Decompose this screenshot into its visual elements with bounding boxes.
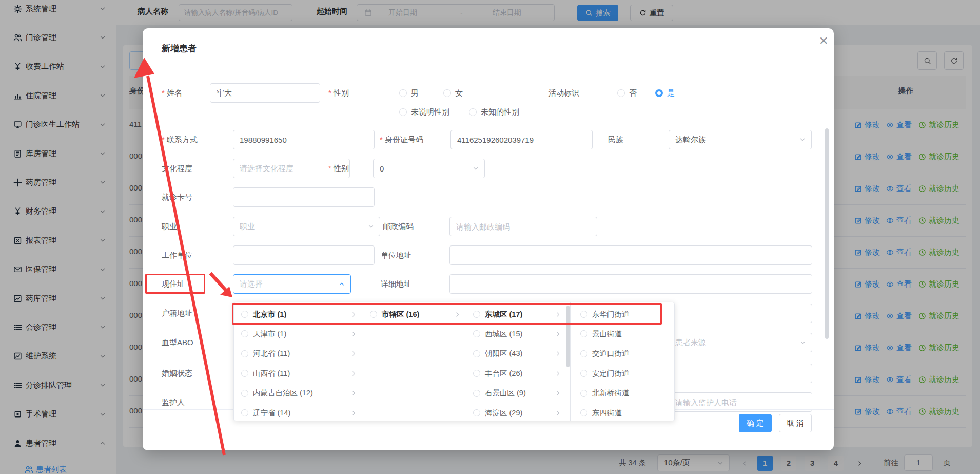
- cascader-option-district[interactable]: 东城区 (17): [466, 305, 566, 324]
- household-address-label: 户籍地址: [162, 304, 192, 323]
- cascader-option-province[interactable]: 北京市 (1): [234, 305, 362, 324]
- cascader-option-street[interactable]: 东华门街道: [573, 305, 675, 324]
- postal-code-label: 邮政编码: [383, 217, 414, 236]
- cascader-option-district[interactable]: 西城区 (15): [466, 324, 566, 344]
- radio-icon: [580, 330, 587, 337]
- active-flag-radio-no[interactable]: 否: [617, 83, 637, 103]
- visit-card-input[interactable]: [233, 187, 375, 207]
- cascader-option-street[interactable]: 北新桥街道: [573, 384, 675, 403]
- modal-title: 新增患者: [162, 43, 197, 54]
- chevron-up-icon: [338, 280, 345, 288]
- radio-icon: [473, 370, 480, 377]
- gender-code-select[interactable]: 0: [373, 159, 485, 178]
- gender-label: 性别: [328, 83, 349, 103]
- contact-input[interactable]: [233, 130, 375, 149]
- gender-radio-female[interactable]: 女: [443, 83, 463, 103]
- ethnicity-select[interactable]: 达斡尔族: [669, 130, 812, 149]
- chevron-right-icon: [350, 390, 357, 396]
- active-flag-radio-yes[interactable]: 是: [655, 83, 675, 103]
- id-number-label: 身份证号码: [380, 130, 423, 149]
- chevron-right-icon: [350, 331, 357, 337]
- chevron-right-icon: [555, 390, 561, 396]
- occupation-select[interactable]: 职业: [233, 217, 380, 236]
- radio-icon: [473, 311, 480, 318]
- radio-icon: [241, 330, 248, 337]
- visit-card-label: 就诊卡号: [162, 187, 192, 207]
- cascader-option-district[interactable]: 朝阳区 (43): [466, 344, 566, 364]
- education-label: 文化程度: [162, 159, 192, 178]
- app-window: 系统管理门诊管理收费工作站住院管理门诊医生工作站库房管理药房管理财务管理报表管理…: [0, 0, 980, 474]
- current-address-label: 现住址: [162, 274, 185, 294]
- cascader-option-street[interactable]: 景山街道: [573, 324, 675, 344]
- cascader-column-city: 市辖区 (16): [363, 305, 466, 420]
- radio-icon: [473, 330, 480, 337]
- unit-address-label: 单位地址: [381, 245, 411, 265]
- gender-radio-male[interactable]: 男: [399, 83, 419, 103]
- chevron-right-icon: [454, 311, 461, 318]
- patient-source-select[interactable]: 患者来源: [669, 333, 812, 352]
- active-flag-label: 活动标识: [548, 83, 579, 103]
- gender-radio-unknown[interactable]: 未知的性别: [469, 102, 519, 122]
- chevron-right-icon: [555, 331, 561, 337]
- address-cascader-dropdown: 北京市 (1)天津市 (1)河北省 (11)山西省 (11)内蒙古自治区 (12…: [233, 302, 675, 421]
- blood-type-label: 血型ABO: [162, 333, 193, 352]
- id-number-input[interactable]: [450, 130, 593, 149]
- cascader-option-district[interactable]: 海淀区 (29): [466, 403, 566, 423]
- cascader-option-province[interactable]: 内蒙古自治区 (12): [234, 384, 362, 403]
- chevron-right-icon: [350, 370, 357, 377]
- cascader-option-city[interactable]: 市辖区 (16): [363, 305, 466, 324]
- radio-icon: [473, 409, 480, 416]
- chevron-down-icon: [799, 339, 807, 346]
- unit-address-input[interactable]: [449, 245, 812, 265]
- cascader-column-province: 北京市 (1)天津市 (1)河北省 (11)山西省 (11)内蒙古自治区 (12…: [234, 305, 362, 420]
- current-address-cascader-select[interactable]: 请选择: [233, 274, 351, 294]
- cascader-option-province[interactable]: 河北省 (11): [234, 344, 362, 364]
- radio-icon: [241, 390, 248, 397]
- work-unit-label: 工作单位: [162, 245, 192, 265]
- cascader-option-province[interactable]: 辽宁省 (14): [234, 403, 362, 423]
- ethnicity-label: 民族: [608, 130, 623, 149]
- radio-icon: [580, 390, 587, 397]
- cascader-option-street[interactable]: 交道口街道: [573, 344, 675, 364]
- chevron-right-icon: [555, 311, 561, 318]
- chevron-down-icon: [367, 223, 375, 230]
- name-label: 姓名: [162, 83, 182, 103]
- cancel-button[interactable]: 取 消: [779, 414, 812, 432]
- detail-address-label: 详细地址: [381, 274, 411, 294]
- chevron-right-icon: [350, 311, 357, 318]
- radio-icon: [580, 311, 587, 318]
- cascader-option-district[interactable]: 丰台区 (26): [466, 364, 566, 383]
- cascader-column-street: 东华门街道景山街道交道口街道安定门街道北新桥街道东四街道: [573, 305, 675, 420]
- detail-address-input[interactable]: [449, 274, 812, 294]
- name-input[interactable]: [210, 83, 320, 103]
- chevron-right-icon: [350, 350, 357, 357]
- work-unit-input[interactable]: [233, 245, 375, 265]
- cascader-scrollbar[interactable]: [566, 306, 570, 367]
- radio-icon: [580, 370, 587, 377]
- marital-status-label: 婚姻状态: [162, 364, 192, 383]
- chevron-down-icon: [799, 136, 806, 143]
- radio-icon: [241, 311, 248, 318]
- postal-code-input[interactable]: [449, 217, 597, 236]
- radio-icon: [580, 350, 587, 357]
- cascader-option-province[interactable]: 天津市 (1): [234, 324, 362, 344]
- gender-code-label: 性别: [328, 159, 349, 178]
- close-icon[interactable]: ✕: [819, 35, 828, 47]
- chevron-right-icon: [555, 370, 561, 377]
- chevron-right-icon: [555, 410, 561, 416]
- radio-icon: [241, 370, 248, 377]
- cascader-option-street[interactable]: 东四街道: [573, 403, 675, 423]
- radio-icon: [241, 350, 248, 357]
- cascader-option-street[interactable]: 安定门街道: [573, 364, 675, 383]
- gender-radio-unstated[interactable]: 未说明性别: [399, 102, 449, 122]
- chevron-right-icon: [350, 410, 357, 416]
- confirm-button[interactable]: 确 定: [739, 414, 772, 432]
- chevron-down-icon: [472, 165, 479, 172]
- radio-icon: [241, 409, 248, 416]
- cascader-column-district: 东城区 (17)西城区 (15)朝阳区 (43)丰台区 (26)石景山区 (9)…: [466, 305, 566, 420]
- cascader-option-province[interactable]: 山西省 (11): [234, 364, 362, 383]
- cascader-option-district[interactable]: 石景山区 (9): [466, 384, 566, 403]
- occupation-label: 职业: [162, 217, 177, 236]
- radio-icon: [473, 350, 480, 357]
- modal-scrollbar[interactable]: [825, 128, 829, 339]
